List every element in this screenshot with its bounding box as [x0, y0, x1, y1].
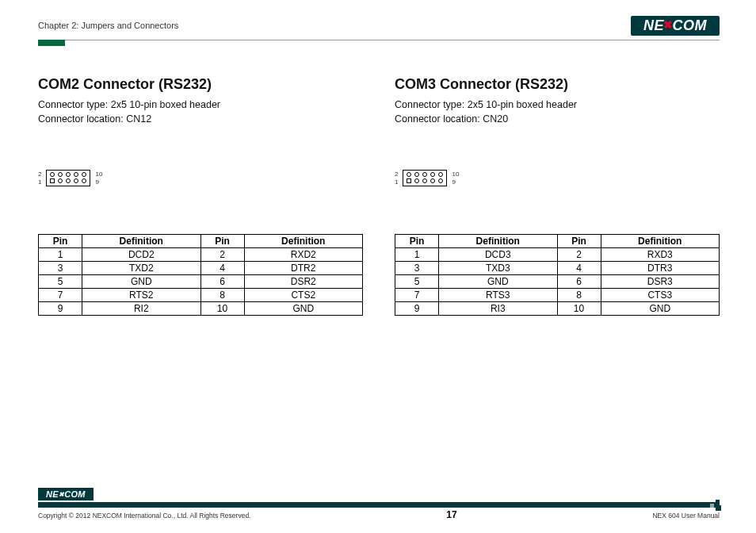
table-row: 5GND6DSR2	[39, 275, 363, 289]
table-row: 7RTS38CTS3	[395, 289, 720, 302]
definition-cell: TXD2	[82, 262, 201, 275]
pin-icon	[438, 172, 443, 177]
definition-cell: TXD3	[439, 262, 558, 275]
pin-icon	[58, 172, 63, 177]
diagram-left-labels: 2 1	[38, 171, 41, 186]
pin1-icon	[50, 178, 55, 183]
pin-cell: 7	[39, 289, 82, 302]
definition-cell: RXD3	[601, 248, 720, 262]
definition-cell: DTR3	[601, 262, 720, 275]
definition-cell: DSR3	[601, 275, 720, 289]
table-header: Pin	[557, 235, 601, 248]
pin-label: 10	[95, 171, 102, 178]
pin-cell: 6	[200, 275, 244, 289]
pin-cell: 8	[200, 289, 244, 302]
pin-icon	[414, 172, 419, 177]
pin-cell: 9	[395, 302, 439, 316]
pin-cell: 3	[395, 262, 439, 275]
definition-cell: RTS2	[82, 289, 201, 302]
connector-type: Connector type: 2x5 10-pin boxed header	[395, 98, 720, 112]
table-row: 7RTS28CTS2	[39, 289, 363, 302]
connector-type: Connector type: 2x5 10-pin boxed header	[38, 98, 363, 112]
table-row: 1DCD22RXD2	[39, 248, 363, 262]
definition-cell: RI2	[82, 302, 201, 316]
pin-cell: 6	[557, 275, 601, 289]
pin-icon	[66, 172, 71, 177]
connector-diagram: 2 1	[395, 170, 720, 186]
connector-location: Connector location: CN12	[38, 112, 363, 126]
pin-icon	[438, 178, 443, 183]
definition-cell: RTS3	[439, 289, 558, 302]
pin-cell: 4	[200, 262, 244, 275]
table-row: 9RI210GND	[39, 302, 363, 316]
page-footer: NE✖COM Copyright © 2012 NEXCOM Internati…	[38, 486, 720, 520]
definition-cell: GND	[439, 275, 558, 289]
table-header: Pin	[39, 235, 82, 248]
diagram-left-labels: 2 1	[395, 171, 398, 186]
pin-label: 1	[395, 178, 398, 186]
pin-definition-table: Pin Definition Pin Definition 1DCD22RXD2…	[38, 234, 363, 316]
section-title: COM3 Connector (RS232)	[395, 76, 720, 93]
header-accent	[38, 40, 65, 46]
table-header: Definition	[82, 235, 201, 248]
table-row: 9RI310GND	[395, 302, 720, 316]
chapter-title: Chapter 2: Jumpers and Connectors	[38, 21, 178, 30]
connector-box	[46, 170, 90, 186]
diagram-right-labels: 10 9	[95, 171, 102, 186]
pin-icon	[430, 178, 435, 183]
section-com3: COM3 Connector (RS232) Connector type: 2…	[395, 76, 720, 316]
page-number: 17	[446, 509, 456, 520]
pin-icon	[422, 172, 427, 177]
definition-cell: GND	[601, 302, 720, 316]
page-header: Chapter 2: Jumpers and Connectors NE✖COM	[38, 14, 720, 36]
pin-icon	[422, 178, 427, 183]
pin-label: 10	[452, 171, 459, 178]
pin-icon	[66, 178, 71, 183]
pin-cell: 8	[557, 289, 601, 302]
section-title: COM2 Connector (RS232)	[38, 76, 363, 93]
pin-label: 2	[38, 171, 41, 178]
pin1-icon	[407, 178, 411, 183]
table-row: 3TXD34DTR3	[395, 262, 720, 275]
pin-definition-table: Pin Definition Pin Definition 1DCD32RXD3…	[395, 234, 720, 316]
connector-diagram: 2 1	[38, 170, 363, 186]
diagram-right-labels: 10 9	[452, 171, 459, 186]
footer-logo: NE✖COM	[38, 488, 94, 500]
pin-cell: 2	[200, 248, 244, 262]
definition-cell: DCD3	[439, 248, 558, 262]
table-row: 3TXD24DTR2	[39, 262, 363, 275]
pin-cell: 10	[557, 302, 601, 316]
definition-cell: DTR2	[244, 262, 363, 275]
connector-location: Connector location: CN20	[395, 112, 720, 126]
doc-title: NEX 604 User Manual	[652, 512, 720, 520]
pin-label: 9	[95, 178, 102, 186]
pin-cell: 1	[39, 248, 82, 262]
pin-cell: 10	[200, 302, 244, 316]
definition-cell: RXD2	[244, 248, 363, 262]
table-row: 5GND6DSR3	[395, 275, 720, 289]
pin-cell: 1	[395, 248, 439, 262]
table-body-com2: 1DCD22RXD23TXD24DTR25GND6DSR27RTS28CTS29…	[39, 248, 363, 316]
pin-cell: 5	[395, 275, 439, 289]
pin-cell: 3	[39, 262, 82, 275]
footer-rule	[38, 502, 720, 508]
table-row: 1DCD32RXD3	[395, 248, 720, 262]
definition-cell: CTS3	[601, 289, 720, 302]
pin-icon	[74, 172, 78, 177]
table-header-row: Pin Definition Pin Definition	[395, 235, 720, 248]
definition-cell: DCD2	[82, 248, 201, 262]
definition-cell: CTS2	[244, 289, 363, 302]
pin-label: 9	[452, 178, 459, 186]
pin-label: 2	[395, 171, 398, 178]
pin-cell: 4	[557, 262, 601, 275]
pin-icon	[407, 172, 411, 177]
table-header-row: Pin Definition Pin Definition	[39, 235, 363, 248]
copyright-text: Copyright © 2012 NEXCOM International Co…	[38, 512, 250, 520]
pin-icon	[50, 172, 55, 177]
pin-cell: 7	[395, 289, 439, 302]
table-header: Pin	[200, 235, 244, 248]
definition-cell: DSR2	[244, 275, 363, 289]
pin-icon	[82, 178, 86, 183]
connector-box	[403, 170, 447, 186]
pin-icon	[74, 178, 78, 183]
